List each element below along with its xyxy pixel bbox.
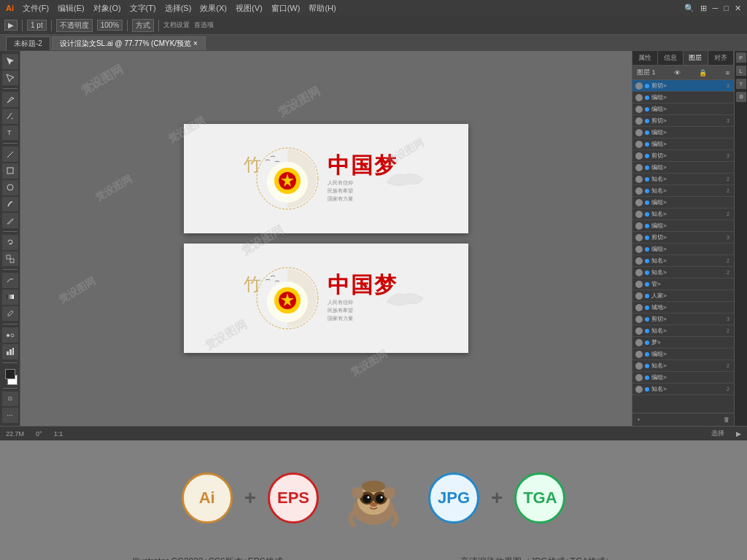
menu-object[interactable]: 对象(O) [93, 3, 121, 14]
layer-eye-icon[interactable] [635, 281, 643, 288]
menu-select[interactable]: 选择(S) [165, 3, 192, 14]
layer-item[interactable]: 知名>2 [632, 209, 734, 220]
layer-eye-toggle[interactable]: 👁 [674, 69, 681, 77]
layer-eye-icon[interactable] [635, 234, 643, 241]
layer-item[interactable]: 城地> [632, 302, 734, 314]
layer-eye-icon[interactable] [635, 117, 643, 125]
layer-eye-icon[interactable] [635, 327, 643, 335]
menu-file[interactable]: 文件(F) [23, 3, 49, 14]
menu-text[interactable]: 文字(T) [130, 3, 156, 14]
layer-eye-icon[interactable] [635, 152, 643, 160]
layer-item[interactable]: 编组> [632, 139, 734, 150]
layer-item[interactable]: 知名>2 [632, 325, 734, 337]
layer-eye-icon[interactable] [635, 339, 643, 346]
layer-eye-icon[interactable] [635, 106, 643, 113]
line-tool[interactable] [2, 147, 18, 162]
layer-item[interactable]: 梦> [632, 337, 734, 349]
menu-window[interactable]: 窗口(W) [271, 3, 301, 14]
opacity-dropdown[interactable]: 不透明度 [56, 19, 93, 32]
menu-view[interactable]: 视图(V) [236, 3, 263, 14]
layer-options[interactable]: ≡ [726, 69, 729, 77]
selection-mode[interactable]: ▶ [4, 20, 18, 31]
libraries-icon[interactable]: L [736, 66, 746, 76]
rect-tool[interactable] [2, 163, 18, 179]
type-tool[interactable]: T [2, 125, 18, 141]
layer-eye-icon[interactable] [635, 129, 643, 136]
eyedropper-tool[interactable] [2, 306, 18, 322]
layer-eye-icon[interactable] [635, 141, 643, 148]
layer-item[interactable]: 编组> [632, 127, 734, 139]
layer-item[interactable]: 编组> [632, 349, 734, 360]
layer-eye-icon[interactable] [635, 82, 643, 90]
opacity-value[interactable]: 100% [97, 20, 123, 31]
layer-item[interactable]: 编组> [632, 197, 734, 209]
layer-eye-icon[interactable] [635, 211, 643, 218]
select-tool[interactable] [2, 54, 18, 69]
layer-item[interactable]: 编组> [632, 104, 734, 115]
layer-eye-icon[interactable] [635, 222, 643, 230]
chart-tool[interactable] [2, 344, 18, 359]
workspace-icon[interactable]: ⊞ [700, 4, 707, 13]
layer-eye-icon[interactable] [635, 257, 643, 265]
layer-eye-icon[interactable] [635, 269, 643, 276]
layer-item[interactable]: 剪切>3 [632, 232, 734, 244]
properties-icon[interactable]: P [736, 52, 746, 63]
brush-tool[interactable] [2, 197, 18, 212]
play-btn[interactable]: ▶ [736, 430, 741, 438]
screen-mode[interactable]: ⊡ [2, 392, 18, 407]
tab-untitled[interactable]: 未标题-2 [6, 36, 50, 50]
blend-tool[interactable] [2, 327, 18, 343]
menu-effect[interactable]: 效果(X) [200, 3, 227, 14]
layer-eye-icon[interactable] [635, 199, 643, 206]
tab-design[interactable]: 设计渲染文SL.ai @ 77.77% (CMYK/预览 × [52, 36, 206, 50]
layer-eye-icon[interactable] [635, 374, 643, 381]
menu-help[interactable]: 帮助(H) [309, 3, 336, 14]
layer-item[interactable]: 知名>2 [632, 267, 734, 279]
layer-item[interactable]: 剪切>3 [632, 150, 734, 162]
layer-eye-icon[interactable] [635, 386, 643, 393]
maximize-btn[interactable]: □ [724, 4, 729, 13]
layer-eye-icon[interactable] [635, 176, 643, 183]
layer-item[interactable]: 知名>2 [632, 384, 734, 395]
layer-eye-icon[interactable] [635, 292, 643, 300]
doc-settings[interactable]: 文档设置 [163, 20, 190, 30]
layer-eye-icon[interactable] [635, 316, 643, 323]
stroke-field[interactable]: 1 pt [27, 20, 47, 31]
style-dropdown[interactable]: 方式 [132, 19, 154, 32]
layer-eye-icon[interactable] [635, 164, 643, 171]
layer-item[interactable]: 剪切>3 [632, 80, 734, 92]
close-btn[interactable]: ✕ [735, 4, 741, 13]
layer-item[interactable]: 剪切>3 [632, 314, 734, 325]
panel-tab-layers[interactable]: 图层 [684, 51, 709, 65]
pref-settings[interactable]: 首选项 [194, 20, 214, 30]
layer-eye-icon[interactable] [635, 246, 643, 253]
layer-item[interactable]: 管> [632, 279, 734, 290]
panel-tab-properties[interactable]: 属性 [632, 51, 658, 65]
layer-eye-icon[interactable] [635, 304, 643, 311]
layer-item[interactable]: 知名>2 [632, 360, 734, 372]
layer-item[interactable]: 剪切>3 [632, 115, 734, 127]
layer-item[interactable]: 人家> [632, 290, 734, 302]
layer-item[interactable]: 知名>2 [632, 174, 734, 185]
panel-tab-align[interactable]: 对齐 [708, 51, 734, 65]
layer-eye-icon[interactable] [635, 351, 643, 358]
search-icon[interactable]: 🔍 [684, 4, 694, 13]
pencil-tool[interactable] [2, 213, 18, 228]
new-layer-btn[interactable]: + [637, 416, 640, 423]
layer-item[interactable]: 编组> [632, 244, 734, 255]
direct-select-tool[interactable] [2, 71, 18, 86]
layer-lock[interactable]: 🔒 [699, 69, 707, 77]
more-tools[interactable]: ··· [2, 408, 18, 423]
foreground-color[interactable] [5, 369, 15, 379]
warp-tool[interactable] [2, 273, 18, 288]
layer-eye-icon[interactable] [635, 362, 643, 370]
layer-eye-icon[interactable] [635, 187, 643, 195]
minimize-btn[interactable]: ─ [713, 4, 719, 13]
delete-layer-btn[interactable]: 🗑 [724, 416, 729, 423]
layer-item[interactable]: 编组> [632, 372, 734, 384]
menu-edit[interactable]: 编辑(E) [58, 3, 85, 14]
panel-tab-info[interactable]: 信息 [658, 51, 684, 65]
layer-eye-icon[interactable] [635, 94, 643, 101]
layer-item[interactable]: 知名>2 [632, 185, 734, 197]
layer-item[interactable]: 编组> [632, 92, 734, 104]
